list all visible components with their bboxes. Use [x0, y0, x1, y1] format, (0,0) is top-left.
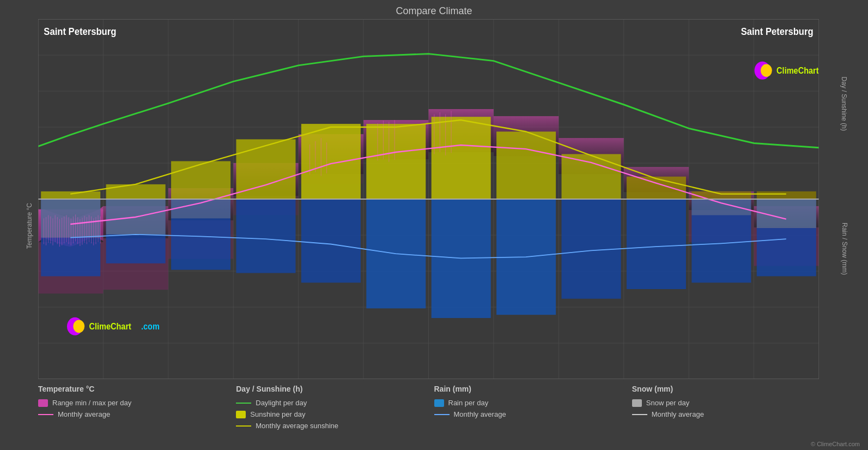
legend-sunshine-avg-label: Monthly average sunshine	[256, 422, 338, 430]
legend-snow: Snow (mm) Snow per day Monthly average	[632, 385, 830, 447]
svg-rect-44	[106, 184, 166, 199]
svg-rect-53	[691, 191, 751, 199]
svg-text:Saint Petersburg: Saint Petersburg	[44, 26, 116, 37]
temp-avg-line	[38, 414, 53, 415]
legend-rain-avg: Monthly average	[434, 410, 632, 418]
svg-rect-59	[301, 199, 361, 283]
sunshine-avg-line	[236, 425, 251, 427]
legend-snow-avg: Monthly average	[632, 410, 830, 418]
legend-sunshine-bar-label: Sunshine per day	[250, 410, 305, 418]
y-axis-left-label: Temperature °C	[26, 203, 33, 249]
legend-rain-title: Rain (mm)	[434, 385, 632, 393]
svg-point-148	[73, 320, 84, 333]
chart-main: Jan Feb Mar Apr May Jun Jul Aug Sep Oct …	[38, 19, 819, 379]
svg-rect-52	[627, 177, 686, 199]
legend-area: Temperature °C Range min / max per day M…	[0, 379, 868, 450]
snow-swatch	[632, 399, 642, 407]
legend-temp-avg: Monthly average	[38, 410, 236, 418]
legend-temp-range: Range min / max per day	[38, 399, 236, 407]
right-axis-sunshine-label: Day / Sunshine (h)	[840, 77, 847, 131]
daylight-line	[236, 403, 251, 404]
svg-rect-45	[171, 161, 230, 199]
legend-temp-title: Temperature °C	[38, 385, 236, 393]
svg-rect-47	[301, 124, 361, 199]
svg-text:.com: .com	[141, 321, 160, 331]
svg-text:ClimeChart: ClimeChart	[776, 65, 818, 75]
legend-temperature: Temperature °C Range min / max per day M…	[38, 385, 236, 447]
right-axis-rain-label: Rain / Snow (mm)	[841, 223, 848, 275]
svg-rect-64	[627, 199, 686, 289]
svg-rect-49	[432, 117, 491, 199]
copyright: © ClimeChart.com	[811, 441, 860, 447]
chart-svg: Jan Feb Mar Apr May Jun Jul Aug Sep Oct …	[38, 19, 819, 379]
legend-rain-bar-label: Rain per day	[448, 399, 489, 407]
legend-daylight: Daylight per day	[236, 399, 434, 407]
legend-snow-avg-label: Monthly average	[652, 410, 704, 418]
temp-range-swatch	[38, 399, 48, 407]
legend-sunshine: Day / Sunshine (h) Daylight per day Suns…	[236, 385, 434, 447]
snow-avg-line	[632, 414, 647, 415]
svg-rect-70	[691, 199, 751, 215]
svg-point-152	[761, 64, 772, 77]
legend-rain-avg-label: Monthly average	[454, 410, 506, 418]
app-container: Compare Climate Temperature °C	[0, 0, 868, 450]
legend-daylight-label: Daylight per day	[256, 399, 307, 407]
svg-rect-69	[171, 199, 230, 218]
legend-snow-bar: Snow per day	[632, 399, 830, 407]
svg-rect-48	[366, 124, 426, 199]
rain-swatch	[434, 399, 444, 407]
svg-rect-51	[562, 154, 621, 200]
sunshine-swatch	[236, 411, 246, 418]
legend-sunshine-title: Day / Sunshine (h)	[236, 385, 434, 393]
legend-snow-title: Snow (mm)	[632, 385, 830, 393]
rain-avg-line	[434, 414, 450, 415]
legend-snow-bar-label: Snow per day	[646, 399, 690, 407]
legend-sunshine-avg: Monthly average sunshine	[236, 422, 434, 430]
svg-rect-43	[41, 191, 100, 199]
chart-area: Temperature °C	[5, 19, 863, 379]
svg-rect-58	[236, 199, 295, 273]
svg-rect-54	[757, 191, 816, 199]
svg-rect-50	[496, 131, 556, 199]
legend-rain-bar: Rain per day	[434, 399, 632, 407]
svg-text:Saint Petersburg: Saint Petersburg	[741, 26, 814, 37]
page-title: Compare Climate	[0, 0, 868, 19]
legend-rain: Rain (mm) Rain per day Monthly average	[434, 385, 632, 447]
legend-temp-avg-label: Monthly average	[58, 410, 110, 418]
right-axis-container: Day / Sunshine (h) Rain / Snow (mm)	[824, 19, 868, 379]
svg-text:ClimeChart: ClimeChart	[89, 321, 131, 331]
legend-temp-range-label: Range min / max per day	[52, 399, 131, 407]
legend-sunshine-bar: Sunshine per day	[236, 410, 434, 418]
